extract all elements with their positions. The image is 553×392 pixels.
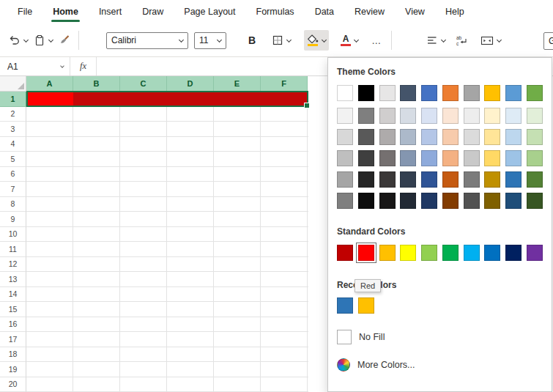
row-header-1[interactable]: 1 bbox=[0, 92, 26, 107]
recent-color-2[interactable] bbox=[358, 297, 374, 314]
menu-tab-file[interactable]: File bbox=[7, 0, 42, 24]
theme-variant-3-color-6[interactable] bbox=[442, 150, 459, 166]
more-colors-option[interactable]: More Colors... bbox=[337, 356, 543, 374]
theme-color-1[interactable] bbox=[337, 85, 353, 101]
row-header-3[interactable]: 3 bbox=[0, 122, 26, 137]
theme-variant-2-color-4[interactable] bbox=[400, 129, 416, 145]
theme-variant-4-color-3[interactable] bbox=[379, 171, 396, 188]
theme-variant-5-color-9[interactable] bbox=[505, 193, 522, 209]
theme-variant-4-color-9[interactable] bbox=[505, 171, 522, 188]
theme-variant-2-color-2[interactable] bbox=[358, 129, 374, 145]
row-header-14[interactable]: 14 bbox=[0, 287, 26, 303]
theme-variant-5-color-6[interactable] bbox=[442, 193, 459, 209]
theme-variant-4-color-5[interactable] bbox=[421, 171, 437, 188]
no-fill-option[interactable]: No Fill bbox=[337, 328, 543, 346]
theme-variant-5-color-5[interactable] bbox=[421, 193, 437, 209]
column-header-C[interactable]: C bbox=[120, 76, 167, 92]
standard-color-7[interactable] bbox=[464, 245, 480, 261]
standard-color-1[interactable] bbox=[337, 245, 353, 261]
theme-variant-4-color-2[interactable] bbox=[358, 171, 374, 188]
column-header-D[interactable]: D bbox=[167, 76, 214, 92]
theme-variant-1-color-7[interactable] bbox=[464, 108, 480, 124]
theme-variant-1-color-2[interactable] bbox=[358, 108, 374, 124]
theme-variant-4-color-7[interactable] bbox=[464, 171, 480, 188]
menu-tab-page-layout[interactable]: Page Layout bbox=[174, 0, 245, 24]
row-header-17[interactable]: 17 bbox=[0, 332, 26, 347]
theme-variant-2-color-6[interactable] bbox=[442, 129, 459, 145]
row-header-13[interactable]: 13 bbox=[0, 272, 26, 287]
theme-variant-5-color-7[interactable] bbox=[464, 193, 480, 209]
theme-variant-1-color-9[interactable] bbox=[505, 108, 522, 124]
theme-variant-3-color-9[interactable] bbox=[505, 150, 522, 166]
borders-button[interactable] bbox=[269, 30, 294, 51]
theme-variant-2-color-5[interactable] bbox=[421, 129, 437, 145]
name-box[interactable]: A1 bbox=[0, 57, 70, 75]
theme-variant-2-color-3[interactable] bbox=[379, 129, 396, 145]
theme-variant-3-color-8[interactable] bbox=[484, 150, 500, 166]
theme-variant-3-color-4[interactable] bbox=[400, 150, 416, 166]
cell-B1[interactable] bbox=[73, 92, 120, 107]
column-header-F[interactable]: F bbox=[261, 76, 308, 92]
theme-variant-5-color-8[interactable] bbox=[484, 193, 500, 209]
column-header-A[interactable]: A bbox=[26, 76, 73, 92]
standard-color-3[interactable] bbox=[379, 245, 396, 261]
recent-color-1[interactable] bbox=[337, 297, 353, 314]
font-color-button[interactable]: A bbox=[338, 30, 361, 51]
font-name-select[interactable]: Calibri bbox=[106, 32, 188, 49]
standard-color-4[interactable] bbox=[400, 245, 416, 261]
theme-variant-2-color-8[interactable] bbox=[484, 129, 500, 145]
theme-variant-3-color-1[interactable] bbox=[337, 150, 353, 166]
theme-variant-2-color-7[interactable] bbox=[464, 129, 480, 145]
theme-variant-5-color-1[interactable] bbox=[337, 193, 353, 209]
row-header-7[interactable]: 7 bbox=[0, 182, 26, 197]
cell-E1[interactable] bbox=[214, 92, 261, 107]
theme-variant-4-color-1[interactable] bbox=[337, 171, 353, 188]
row-header-12[interactable]: 12 bbox=[0, 257, 26, 273]
column-header-B[interactable]: B bbox=[73, 76, 120, 92]
theme-variant-1-color-6[interactable] bbox=[442, 108, 459, 124]
menu-tab-data[interactable]: Data bbox=[305, 0, 344, 24]
format-painter-button[interactable] bbox=[56, 30, 73, 51]
more-font-options-button[interactable]: … bbox=[367, 30, 386, 51]
cell-A1[interactable] bbox=[26, 92, 73, 107]
theme-variant-4-color-8[interactable] bbox=[484, 171, 500, 188]
row-header-2[interactable]: 2 bbox=[0, 107, 26, 122]
theme-variant-5-color-2[interactable] bbox=[358, 193, 374, 209]
row-header-6[interactable]: 6 bbox=[0, 167, 26, 182]
theme-variant-1-color-3[interactable] bbox=[379, 108, 396, 124]
theme-color-6[interactable] bbox=[442, 85, 459, 101]
align-button[interactable] bbox=[423, 30, 448, 51]
theme-variant-3-color-2[interactable] bbox=[358, 150, 374, 166]
font-size-select[interactable]: 11 bbox=[194, 32, 226, 49]
theme-variant-3-color-7[interactable] bbox=[464, 150, 480, 166]
menu-tab-home[interactable]: Home bbox=[42, 0, 89, 24]
theme-variant-2-color-10[interactable] bbox=[527, 129, 543, 145]
theme-color-9[interactable] bbox=[505, 85, 522, 101]
row-header-9[interactable]: 9 bbox=[0, 212, 26, 227]
theme-variant-1-color-5[interactable] bbox=[421, 108, 437, 124]
menu-tab-formulas[interactable]: Formulas bbox=[246, 0, 305, 24]
theme-variant-5-color-3[interactable] bbox=[379, 193, 396, 209]
row-header-20[interactable]: 20 bbox=[0, 377, 26, 392]
wrap-text-button[interactable]: ab c bbox=[453, 30, 472, 51]
cell-D1[interactable] bbox=[167, 92, 214, 107]
theme-color-7[interactable] bbox=[464, 85, 480, 101]
theme-color-8[interactable] bbox=[484, 85, 500, 101]
cell-C1[interactable] bbox=[120, 92, 167, 107]
standard-color-2[interactable] bbox=[358, 245, 374, 261]
row-header-11[interactable]: 11 bbox=[0, 242, 26, 257]
standard-color-9[interactable] bbox=[505, 245, 522, 261]
theme-color-2[interactable] bbox=[358, 85, 374, 101]
column-header-E[interactable]: E bbox=[214, 76, 261, 92]
standard-color-8[interactable] bbox=[484, 245, 500, 261]
paste-button[interactable] bbox=[31, 30, 56, 51]
cell-F1[interactable] bbox=[261, 92, 308, 107]
fx-button[interactable]: fx bbox=[70, 57, 97, 75]
theme-color-3[interactable] bbox=[379, 85, 396, 101]
cell-grid[interactable] bbox=[26, 92, 308, 392]
theme-variant-3-color-3[interactable] bbox=[379, 150, 396, 166]
row-header-18[interactable]: 18 bbox=[0, 347, 26, 363]
fill-color-button[interactable] bbox=[304, 30, 329, 51]
standard-color-10[interactable] bbox=[527, 245, 543, 261]
theme-color-4[interactable] bbox=[400, 85, 416, 101]
